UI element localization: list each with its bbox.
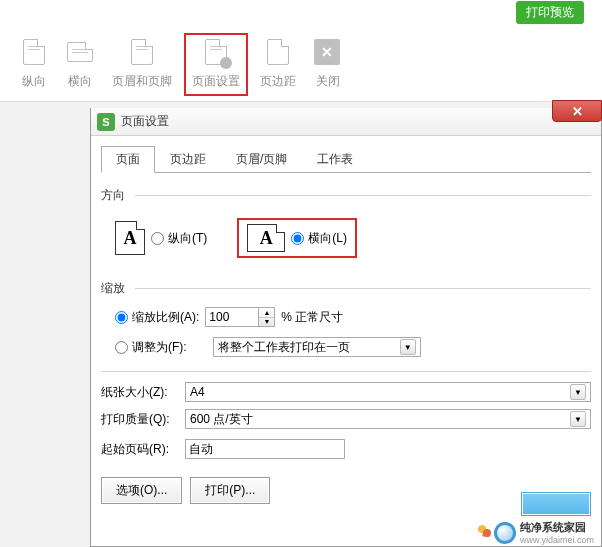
toolbar-page-setup[interactable]: 页面设置 bbox=[184, 33, 248, 96]
fit-to-radio-label[interactable]: 调整为(F): bbox=[115, 339, 187, 356]
toolbar-portrait[interactable]: 纵向 bbox=[14, 35, 54, 94]
paper-size-label: 纸张大小(Z): bbox=[101, 384, 185, 401]
toolbar-label: 横向 bbox=[68, 73, 92, 90]
app-icon: S bbox=[97, 113, 115, 131]
options-button[interactable]: 选项(O)... bbox=[101, 477, 182, 504]
first-page-input[interactable] bbox=[185, 439, 345, 459]
chevron-down-icon: ▼ bbox=[570, 411, 586, 427]
watermark-title: 纯净系统家园 bbox=[520, 520, 594, 535]
toolbar-header-footer[interactable]: 页眉和页脚 bbox=[106, 35, 178, 94]
toolbar-label: 页面设置 bbox=[192, 73, 240, 90]
landscape-radio[interactable] bbox=[291, 232, 304, 245]
dialog-title: 页面设置 bbox=[121, 113, 169, 130]
portrait-radio[interactable] bbox=[151, 232, 164, 245]
tab-page[interactable]: 页面 bbox=[101, 146, 155, 173]
scale-percent-input[interactable] bbox=[205, 307, 259, 327]
toolbar-label: 页边距 bbox=[260, 73, 296, 90]
scaling-fieldset: 缩放 缩放比例(A): ▲▼ % 正常尺寸 调整为(F): bbox=[101, 280, 591, 357]
margins-icon bbox=[264, 39, 292, 67]
chevron-down-icon: ▼ bbox=[400, 339, 416, 355]
portrait-doc-icon bbox=[20, 39, 48, 67]
landscape-preview-icon: A bbox=[247, 224, 285, 252]
scale-spinner[interactable]: ▲▼ bbox=[259, 307, 275, 327]
landscape-highlight: A 横向(L) bbox=[237, 218, 357, 258]
landscape-radio-label[interactable]: 横向(L) bbox=[291, 230, 347, 247]
dialog-tabs: 页面 页边距 页眉/页脚 工作表 bbox=[101, 146, 591, 173]
toolbar: 纵向 横向 页眉和页脚 页面设置 页边距 ✕ 关闭 bbox=[0, 28, 602, 102]
divider bbox=[101, 371, 591, 372]
watermark-logo-icon bbox=[494, 522, 516, 544]
normal-size-label: % 正常尺寸 bbox=[281, 309, 343, 326]
dialog-close-button[interactable]: ✕ bbox=[552, 100, 602, 122]
landscape-doc-icon bbox=[66, 39, 94, 67]
watermark: 纯净系统家园 www.yidaimei.com bbox=[494, 520, 594, 545]
print-quality-label: 打印质量(Q): bbox=[101, 411, 185, 428]
tab-header-footer[interactable]: 页眉/页脚 bbox=[221, 146, 302, 172]
toolbar-label: 页眉和页脚 bbox=[112, 73, 172, 90]
watermark-url: www.yidaimei.com bbox=[520, 535, 594, 545]
tab-sheet[interactable]: 工作表 bbox=[302, 146, 368, 172]
portrait-preview-icon: A bbox=[115, 221, 145, 255]
chevron-down-icon: ▼ bbox=[570, 384, 586, 400]
paper-size-combo[interactable]: A4 ▼ bbox=[185, 382, 591, 402]
ok-button[interactable] bbox=[521, 492, 591, 516]
close-icon: ✕ bbox=[314, 39, 342, 67]
petal-icon bbox=[478, 525, 492, 539]
portrait-radio-label[interactable]: 纵向(T) bbox=[151, 230, 207, 247]
dialog-title-bar: S 页面设置 ✕ bbox=[91, 108, 601, 136]
page-setup-icon bbox=[202, 39, 230, 67]
page-setup-dialog: S 页面设置 ✕ 页面 页边距 页眉/页脚 工作表 方向 A 纵向(T) bbox=[90, 108, 602, 547]
adjust-to-radio-label[interactable]: 缩放比例(A): bbox=[115, 309, 199, 326]
tab-margins[interactable]: 页边距 bbox=[155, 146, 221, 172]
spinner-down[interactable]: ▼ bbox=[259, 318, 274, 327]
orientation-fieldset: 方向 A 纵向(T) A 横向(L) bbox=[101, 187, 591, 258]
fit-to-combo[interactable]: 将整个工作表打印在一页 ▼ bbox=[213, 337, 421, 357]
header-footer-icon bbox=[128, 39, 156, 67]
toolbar-label: 关闭 bbox=[316, 73, 340, 90]
toolbar-close[interactable]: ✕ 关闭 bbox=[308, 35, 348, 94]
print-preview-button[interactable]: 打印预览 bbox=[516, 1, 584, 24]
scaling-legend: 缩放 bbox=[101, 280, 591, 297]
toolbar-landscape[interactable]: 横向 bbox=[60, 35, 100, 94]
print-button[interactable]: 打印(P)... bbox=[190, 477, 270, 504]
print-quality-combo[interactable]: 600 点/英寸 ▼ bbox=[185, 409, 591, 429]
adjust-to-radio[interactable] bbox=[115, 311, 128, 324]
first-page-label: 起始页码(R): bbox=[101, 441, 185, 458]
toolbar-label: 纵向 bbox=[22, 73, 46, 90]
orientation-legend: 方向 bbox=[101, 187, 591, 204]
fit-to-radio[interactable] bbox=[115, 341, 128, 354]
toolbar-margins[interactable]: 页边距 bbox=[254, 35, 302, 94]
spinner-up[interactable]: ▲ bbox=[259, 308, 274, 318]
